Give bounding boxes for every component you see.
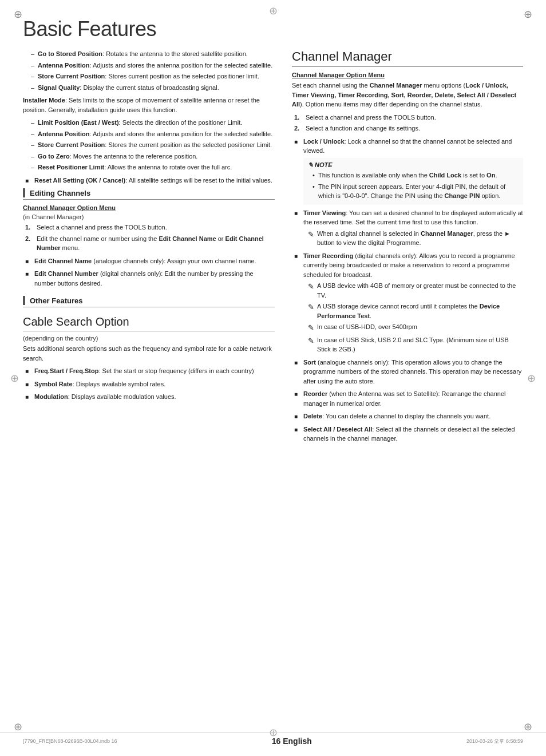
right-column: Channel Manager Channel Manager Option M…: [292, 49, 523, 447]
delete-item: Delete: You can delete a channel to disp…: [294, 411, 523, 421]
timer-viewing-item: Timer Viewing: You can set a desired cha…: [294, 208, 523, 248]
list-item: Antenna Position: Adjusts and stores the…: [31, 129, 275, 139]
list-item: Store Current Position: Stores the curre…: [31, 140, 275, 150]
note-bullet-1: This function is available only when the…: [308, 171, 519, 180]
installer-mode-text: Installer Mode: Sets limits to the scope…: [23, 96, 275, 114]
cable-search-intro: Sets additional search options such as t…: [23, 344, 275, 363]
cm-step-2: 2. Select a function and change its sett…: [294, 124, 523, 133]
top-center-mark: ⊕: [269, 5, 278, 17]
list-item: Go to Stored Position: Rotates the anten…: [31, 49, 275, 59]
left-column: Go to Stored Position: Rotates the anten…: [23, 49, 275, 410]
lock-note-block: ✎ NOTE This function is available only w…: [303, 158, 523, 205]
list-item: Symbol Rate: Displays available symbol r…: [25, 379, 275, 389]
pencil-icon: ✎: [308, 229, 314, 240]
pencil-icon-4: ✎: [308, 322, 314, 334]
lock-unlock-item: Lock / Unlock: Lock a channel so that th…: [294, 137, 523, 205]
timer-rec-note-2-text: A USB storage device cannot record until…: [317, 302, 523, 320]
reset-all-list: Reset All Setting (OK / Cancel): All sat…: [23, 176, 275, 185]
section-bar: [23, 188, 25, 197]
editing-channels-header: Editing Channels: [23, 188, 275, 200]
list-item: Antenna Position: Adjusts and stores the…: [31, 61, 275, 70]
timer-rec-note-1: ✎ A USB device with 4GB of memory or gre…: [303, 281, 523, 300]
footer: [7790_FRE]BN68-02696B-00L04.indb 16 16 E…: [0, 733, 546, 746]
corner-mark-tl: ⊕: [14, 8, 22, 21]
corner-mark-tr: ⊕: [524, 8, 532, 21]
corner-mark-bl: ⊕: [14, 721, 22, 733]
channel-manager-title: Channel Manager: [292, 49, 523, 67]
footer-page: 16 English: [272, 737, 312, 746]
other-features-header: Other Features: [23, 296, 275, 307]
timer-viewing-note-text: When a digital channel is selected in Ch…: [317, 229, 523, 248]
cable-search-section: Cable Search Option (depending on the co…: [23, 315, 275, 402]
pencil-icon-5: ✎: [308, 335, 314, 347]
list-item: Edit Channel Number (digital channels on…: [25, 269, 275, 288]
channel-manager-option-menu-label: Channel Manager Option Menu: [292, 72, 523, 78]
channel-manager-intro: Set each channel using the Channel Manag…: [292, 81, 523, 109]
cable-search-paren: (depending on the country): [23, 335, 275, 342]
note-bullet-2: The PIN input screen appears. Enter your…: [308, 182, 519, 201]
timer-rec-note-1-text: A USB device with 4GB of memory or great…: [317, 281, 523, 300]
list-item: Go to Zero: Moves the antenna to the ref…: [31, 152, 275, 161]
other-features-section: Other Features: [23, 296, 275, 307]
intro-dash-list: Go to Stored Position: Rotates the anten…: [23, 49, 275, 92]
pencil-icon-2: ✎: [308, 281, 314, 292]
editing-channels-title: Editing Channels: [30, 189, 90, 197]
step-2: 2. Edit the channel name or number using…: [25, 234, 275, 253]
footer-file: [7790_FRE]BN68-02696B-00L04.indb 16: [23, 738, 117, 744]
note-label: ✎ NOTE: [308, 160, 519, 170]
channel-manager-option-menu-label-left: Channel Manager Option Menu: [23, 204, 275, 211]
channel-manager-items: Lock / Unlock: Lock a channel so that th…: [292, 137, 523, 444]
in-channel-manager-note: (in Channel Manager): [23, 213, 275, 220]
step-1: 1. Select a channel and press the TOOLS …: [25, 223, 275, 232]
list-item: Limit Position (East / West): Selects th…: [31, 118, 275, 128]
list-item: Edit Channel Name (analogue channels onl…: [25, 256, 275, 266]
select-all-item: Select All / Deselect All: Select all th…: [294, 425, 523, 444]
pencil-icon-3: ✎: [308, 302, 314, 313]
list-item: Store Current Position: Stores current p…: [31, 72, 275, 81]
list-item: Modulation: Displays available modulatio…: [25, 392, 275, 402]
list-item: Freq.Start / Freq.Stop: Set the start or…: [25, 366, 275, 376]
timer-recording-item: Timer Recording (digital channels only):…: [294, 251, 523, 354]
cable-search-title: Cable Search Option: [23, 315, 275, 331]
limit-dash-list: Limit Position (East / West): Selects th…: [23, 118, 275, 172]
editing-channels-section: Editing Channels Channel Manager Option …: [23, 188, 275, 288]
reorder-item: Reorder (when the Antenna was set to Sat…: [294, 389, 523, 408]
list-item: Signal Quality: Display the current stat…: [31, 83, 275, 93]
footer-date: 2010-03-26 오후 6:58:59: [466, 738, 523, 745]
section-bar-2: [23, 296, 25, 305]
timer-rec-note-3: ✎ In case of USB-HDD, over 5400rpm: [303, 322, 523, 334]
cable-search-items: Freq.Start / Freq.Stop: Set the start or…: [23, 366, 275, 402]
edit-channel-items: Edit Channel Name (analogue channels onl…: [23, 256, 275, 288]
other-features-title: Other Features: [30, 296, 82, 305]
timer-viewing-note: ✎ When a digital channel is selected in …: [303, 229, 523, 248]
left-mid-mark: ⊕: [10, 372, 19, 385]
timer-rec-note-4: ✎ In case of USB Stick, USB 2.0 and SLC …: [303, 335, 523, 354]
timer-rec-note-3-text: In case of USB-HDD, over 5400rpm: [317, 322, 417, 332]
timer-rec-note-4-text: In case of USB Stick, USB 2.0 and SLC Ty…: [317, 335, 523, 354]
sort-item: Sort (analogue channels only): This oper…: [294, 358, 523, 386]
page-title: Basic Features: [23, 17, 523, 41]
list-item: Reset All Setting (OK / Cancel): All sat…: [25, 176, 275, 185]
channel-manager-steps: 1. Select a channel and press the TOOLS …: [292, 113, 523, 133]
editing-steps-list: 1. Select a channel and press the TOOLS …: [23, 223, 275, 253]
right-mid-mark: ⊕: [527, 372, 536, 385]
corner-mark-br: ⊕: [524, 721, 532, 733]
cm-step-1: 1. Select a channel and press the TOOLS …: [294, 113, 523, 122]
timer-rec-note-2: ✎ A USB storage device cannot record unt…: [303, 302, 523, 320]
list-item: Reset Positioner Limit: Allows the anten…: [31, 163, 275, 172]
